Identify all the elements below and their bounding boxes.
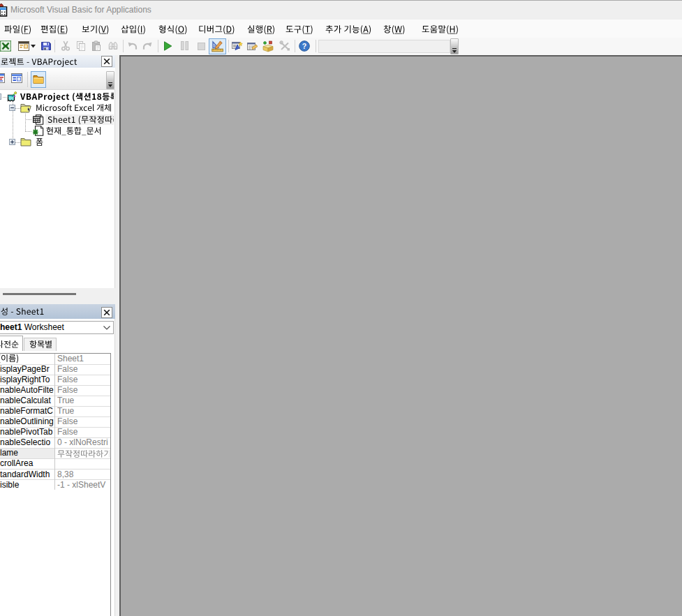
- svg-text:?: ?: [302, 42, 306, 50]
